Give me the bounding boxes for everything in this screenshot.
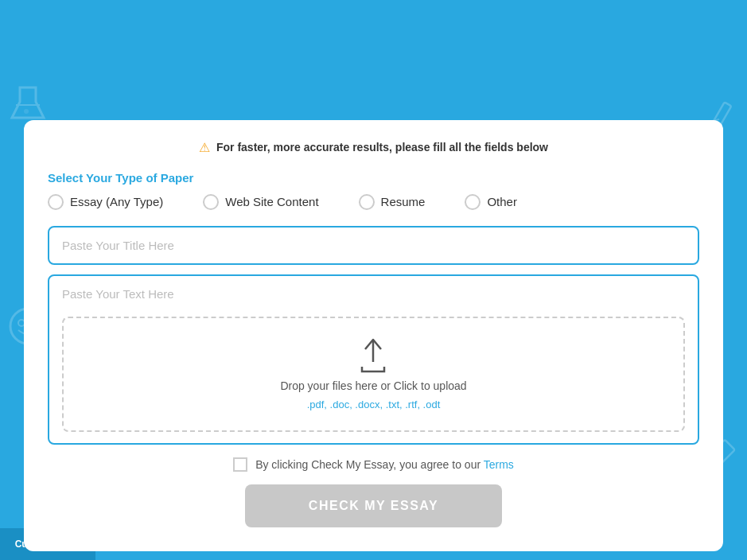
text-area-container[interactable]: Paste Your Text Here Drop your files her… bbox=[48, 274, 699, 445]
warning-icon: ⚠ bbox=[199, 140, 210, 155]
radio-resume-label: Resume bbox=[381, 195, 426, 208]
radio-website-label: Web Site Content bbox=[225, 195, 318, 208]
radio-other[interactable] bbox=[465, 194, 480, 210]
upload-icon-container: Drop your files here or Click to upload … bbox=[280, 338, 466, 410]
radio-option-essay[interactable]: Essay (Any Type) bbox=[48, 194, 163, 210]
check-essay-button[interactable]: CHECK MY ESSAY bbox=[245, 484, 502, 527]
drop-text: Drop your files here or Click to upload bbox=[280, 379, 466, 392]
radio-option-other[interactable]: Other bbox=[465, 194, 517, 210]
text-area-placeholder: Paste Your Text Here bbox=[62, 287, 685, 301]
form-card: ⚠ For faster, more accurate results, ple… bbox=[24, 120, 723, 551]
upload-icon bbox=[357, 338, 389, 373]
radio-group: Essay (Any Type) Web Site Content Resume… bbox=[48, 194, 699, 210]
warning-text: For faster, more accurate results, pleas… bbox=[216, 141, 548, 154]
radio-other-label: Other bbox=[487, 195, 517, 208]
radio-essay-label: Essay (Any Type) bbox=[70, 195, 163, 208]
svg-point-1 bbox=[24, 109, 29, 114]
radio-option-resume[interactable]: Resume bbox=[359, 194, 426, 210]
radio-resume[interactable] bbox=[359, 194, 375, 210]
agreement-row: By clicking Check My Essay, you agree to… bbox=[48, 457, 699, 472]
agreement-checkbox[interactable] bbox=[233, 457, 247, 472]
radio-essay[interactable] bbox=[48, 194, 64, 210]
warning-bar: ⚠ For faster, more accurate results, ple… bbox=[48, 140, 699, 155]
paper-type-label: Select Your Type of Paper bbox=[48, 171, 699, 185]
title-input[interactable] bbox=[48, 226, 699, 265]
agreement-text: By clicking Check My Essay, you agree to… bbox=[255, 458, 514, 471]
radio-website[interactable] bbox=[203, 194, 219, 210]
radio-option-website[interactable]: Web Site Content bbox=[203, 194, 318, 210]
drop-zone[interactable]: Drop your files here or Click to upload … bbox=[62, 317, 685, 432]
file-types: .pdf, .doc, .docx, .txt, .rtf, .odt bbox=[307, 399, 441, 410]
terms-link[interactable]: Terms bbox=[484, 458, 514, 471]
